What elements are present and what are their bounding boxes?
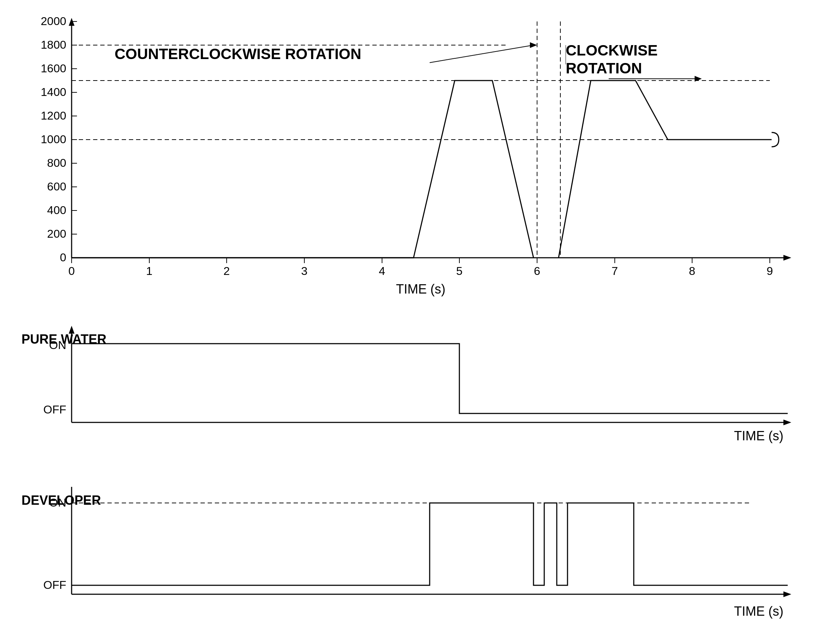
dev-x-label: TIME (s) [734,604,784,619]
svg-text:2000: 2000 [41,15,66,28]
svg-text:400: 400 [47,204,66,216]
svg-text:1400: 1400 [41,86,66,98]
dev-x-axis-arrow [784,591,791,597]
pw-on-label: ON [49,339,66,351]
svg-text:6: 6 [534,265,540,278]
signal-cw [558,81,772,258]
svg-text:1600: 1600 [41,62,66,75]
svg-text:1: 1 [146,265,153,278]
pw-x-axis-arrow [784,420,791,425]
ccw-arrow-line [429,45,534,63]
signal-ccw [72,81,534,258]
ccw-label: COUNTERCLOCKWISE ROTATION [115,46,361,62]
x-axis-label: TIME (s) [396,282,445,296]
svg-text:800: 800 [47,156,66,169]
page: 0 200 400 600 800 1000 1200 1400 1600 18… [0,0,816,644]
dev-signal [72,503,788,585]
svg-text:2: 2 [224,265,230,278]
signal-end-bracket [772,132,779,147]
svg-text:4: 4 [379,265,385,278]
x-axis-arrow [784,255,791,261]
svg-text:0: 0 [68,265,75,278]
cw-label-line2: ROTATION [566,60,642,77]
svg-text:200: 200 [47,227,66,240]
pw-off-label: OFF [43,403,66,416]
svg-text:7: 7 [612,265,618,278]
dev-off-label: OFF [43,578,66,591]
svg-text:3: 3 [301,265,308,278]
dev-on-label: ON [49,496,66,509]
svg-text:5: 5 [456,265,463,278]
svg-text:0: 0 [60,251,66,264]
svg-text:1200: 1200 [41,109,66,122]
pw-signal [72,343,788,414]
svg-text:9: 9 [767,265,773,278]
svg-text:1000: 1000 [41,133,66,146]
svg-text:1800: 1800 [41,38,66,51]
pw-y-axis-arrow [69,326,75,334]
cw-label-line1: CLOCKWISE [566,42,658,59]
svg-text:600: 600 [47,180,66,193]
svg-text:8: 8 [689,265,695,278]
ccw-arrow-head [530,42,537,48]
x-axis-labels: 0 1 2 3 4 5 6 7 8 9 [68,258,773,278]
pw-x-label: TIME (s) [734,428,784,443]
